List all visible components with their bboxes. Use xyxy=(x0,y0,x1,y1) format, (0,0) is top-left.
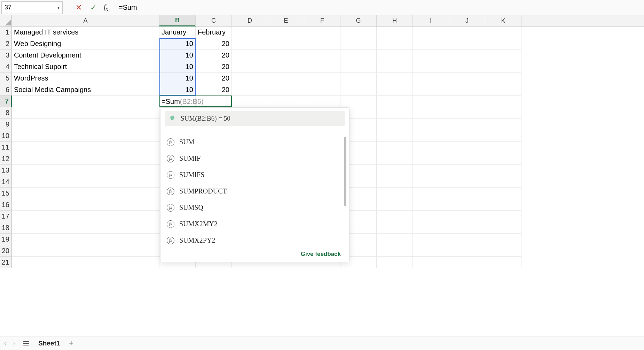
cell[interactable] xyxy=(340,50,377,61)
cell[interactable] xyxy=(304,73,340,84)
cell[interactable] xyxy=(413,84,449,96)
cell[interactable] xyxy=(413,257,449,268)
cell[interactable]: Technical Supoirt xyxy=(12,61,159,73)
cell[interactable] xyxy=(449,165,485,176)
cell[interactable]: 20 xyxy=(196,38,232,50)
cell[interactable] xyxy=(304,38,340,50)
cell[interactable] xyxy=(12,130,159,142)
cell[interactable] xyxy=(485,38,521,50)
col-header-E[interactable]: E xyxy=(268,15,304,26)
cell[interactable]: 10 xyxy=(159,61,196,73)
cell[interactable] xyxy=(485,73,521,84)
cell[interactable] xyxy=(377,222,413,234)
cell[interactable] xyxy=(449,38,485,50)
sheet-list-icon[interactable] xyxy=(21,341,31,345)
row-header[interactable]: 19 xyxy=(0,234,12,245)
row-header[interactable]: 16 xyxy=(0,199,12,211)
col-header-J[interactable]: J xyxy=(449,15,485,26)
cell[interactable] xyxy=(304,84,340,96)
cell[interactable] xyxy=(449,176,485,188)
cell[interactable] xyxy=(268,73,304,84)
chevron-down-icon[interactable]: ▾ xyxy=(57,5,60,10)
spreadsheet-grid[interactable]: 1Managed IT servicesJanuaryFebruary2Web … xyxy=(0,26,644,268)
cell[interactable] xyxy=(304,50,340,61)
sheet-tab[interactable]: Sheet1 xyxy=(36,340,63,347)
cell[interactable] xyxy=(449,73,485,84)
cell[interactable] xyxy=(485,211,521,222)
sheet-prev-icon[interactable]: ‹ xyxy=(3,340,8,347)
cell[interactable] xyxy=(449,211,485,222)
formula-function-item[interactable]: fxSUM xyxy=(160,134,349,150)
cell[interactable] xyxy=(232,61,268,73)
cell[interactable] xyxy=(377,257,413,268)
row-header[interactable]: 1 xyxy=(0,26,12,38)
cell[interactable] xyxy=(485,119,521,130)
cell[interactable] xyxy=(413,142,449,153)
row-header[interactable]: 20 xyxy=(0,245,12,257)
scrollbar[interactable] xyxy=(344,137,346,206)
formula-function-item[interactable]: fxSUMIF xyxy=(160,150,349,167)
cell[interactable] xyxy=(377,234,413,245)
cell[interactable] xyxy=(413,234,449,245)
cell[interactable] xyxy=(268,38,304,50)
name-box[interactable]: 37 ▾ xyxy=(1,1,63,14)
cell[interactable] xyxy=(413,26,449,38)
cell[interactable] xyxy=(413,245,449,257)
cell[interactable] xyxy=(377,199,413,211)
cell[interactable] xyxy=(268,61,304,73)
cell[interactable]: 20 xyxy=(196,84,232,96)
cell[interactable] xyxy=(268,84,304,96)
cell[interactable] xyxy=(232,84,268,96)
cell[interactable]: 10 xyxy=(159,38,196,50)
cell[interactable] xyxy=(232,50,268,61)
cell[interactable] xyxy=(377,245,413,257)
cell[interactable]: WordPress xyxy=(12,73,159,84)
sheet-next-icon[interactable]: › xyxy=(12,340,17,347)
cell[interactable]: Social Media Campaigns xyxy=(12,84,159,96)
cell[interactable] xyxy=(449,119,485,130)
cell[interactable] xyxy=(12,119,159,130)
cell[interactable] xyxy=(413,211,449,222)
fx-icon[interactable]: fx xyxy=(104,3,108,13)
cell[interactable] xyxy=(413,199,449,211)
give-feedback-link[interactable]: Give feedback xyxy=(160,249,349,259)
cell[interactable] xyxy=(485,245,521,257)
cell[interactable] xyxy=(413,107,449,119)
cell[interactable]: Web Designing xyxy=(12,38,159,50)
cell[interactable] xyxy=(377,50,413,61)
cell[interactable] xyxy=(485,142,521,153)
cell[interactable]: 20 xyxy=(196,73,232,84)
active-cell-formula[interactable]: =Sum(B2:B6) xyxy=(162,98,204,106)
cell[interactable] xyxy=(413,50,449,61)
cell[interactable] xyxy=(268,50,304,61)
row-header[interactable]: 18 xyxy=(0,222,12,234)
cancel-icon[interactable]: ✕ xyxy=(74,3,83,12)
row-header[interactable]: 11 xyxy=(0,142,12,153)
row-header[interactable]: 7 xyxy=(0,96,12,107)
cell[interactable] xyxy=(485,257,521,268)
cell[interactable] xyxy=(413,73,449,84)
cell[interactable] xyxy=(377,26,413,38)
cell[interactable] xyxy=(12,245,159,257)
col-header-A[interactable]: A xyxy=(12,15,159,26)
cell[interactable] xyxy=(12,142,159,153)
cell[interactable] xyxy=(449,153,485,165)
cell[interactable]: Content Development xyxy=(12,50,159,61)
row-header[interactable]: 12 xyxy=(0,153,12,165)
cell[interactable] xyxy=(304,96,340,107)
confirm-icon[interactable]: ✓ xyxy=(89,3,97,12)
cell[interactable] xyxy=(340,96,377,107)
cell[interactable] xyxy=(485,26,521,38)
cell[interactable] xyxy=(232,96,268,107)
cell[interactable]: Managed IT services xyxy=(12,26,159,38)
cell[interactable] xyxy=(449,222,485,234)
cell[interactable] xyxy=(377,96,413,107)
row-header[interactable]: 8 xyxy=(0,107,12,119)
cell[interactable] xyxy=(485,130,521,142)
cell[interactable] xyxy=(413,119,449,130)
cell[interactable] xyxy=(413,153,449,165)
cell[interactable] xyxy=(413,165,449,176)
cell[interactable]: January xyxy=(159,26,196,38)
row-header[interactable]: 3 xyxy=(0,50,12,61)
cell[interactable] xyxy=(232,38,268,50)
